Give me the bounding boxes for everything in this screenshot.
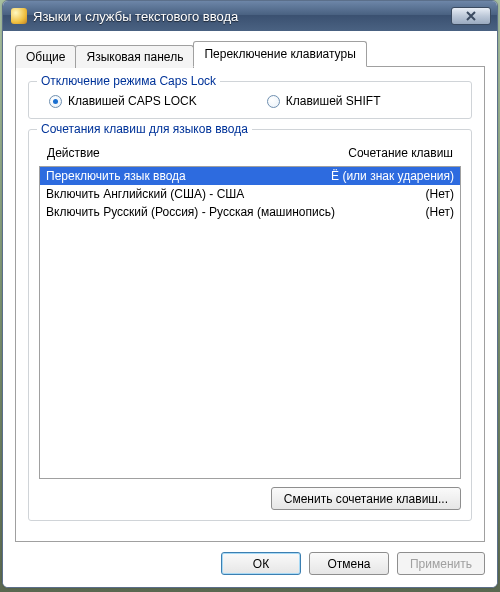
radio-by-shift[interactable]: Клавишей SHIFT — [267, 94, 381, 108]
cancel-button[interactable]: Отмена — [309, 552, 389, 575]
tab-keyboard-switch[interactable]: Переключение клавиатуры — [193, 41, 366, 67]
row-shortcut: (Нет) — [418, 205, 454, 219]
app-icon — [11, 8, 27, 24]
hotkey-list[interactable]: Переключить язык ввода Ё (или знак ударе… — [39, 166, 461, 479]
dialog-footer: ОК Отмена Применить — [15, 552, 485, 575]
dialog-window: Языки и службы текстового ввода Общие Яз… — [2, 0, 498, 588]
list-row[interactable]: Переключить язык ввода Ё (или знак ударе… — [40, 167, 460, 185]
tab-pane: Отключение режима Caps Lock Клавишей CAP… — [15, 66, 485, 542]
tab-language-bar[interactable]: Языковая панель — [75, 45, 194, 68]
capslock-radio-row: Клавишей CAPS LOCK Клавишей SHIFT — [39, 94, 461, 108]
window-title: Языки и службы текстового ввода — [33, 9, 451, 24]
row-shortcut: Ё (или знак ударения) — [323, 169, 454, 183]
row-shortcut: (Нет) — [418, 187, 454, 201]
close-button[interactable] — [451, 7, 491, 25]
client-area: Общие Языковая панель Переключение клави… — [3, 31, 497, 587]
change-button-row: Сменить сочетание клавиш... — [39, 487, 461, 510]
title-bar[interactable]: Языки и службы текстового ввода — [3, 1, 497, 31]
radio-icon — [49, 95, 62, 108]
hotkeys-groupbox: Сочетания клавиш для языков ввода Действ… — [28, 129, 472, 521]
radio-label: Клавишей CAPS LOCK — [68, 94, 197, 108]
list-row[interactable]: Включить Русский (Россия) - Русская (маш… — [40, 203, 460, 221]
tab-strip: Общие Языковая панель Переключение клави… — [15, 41, 485, 67]
list-header: Действие Сочетание клавиш — [39, 142, 461, 166]
ok-button[interactable]: ОК — [221, 552, 301, 575]
close-icon — [465, 11, 477, 21]
col-header-shortcut: Сочетание клавиш — [293, 146, 453, 160]
row-action: Переключить язык ввода — [46, 169, 323, 183]
hotkeys-group-title: Сочетания клавиш для языков ввода — [37, 122, 252, 136]
list-row[interactable]: Включить Английский (США) - США (Нет) — [40, 185, 460, 203]
apply-button[interactable]: Применить — [397, 552, 485, 575]
radio-label: Клавишей SHIFT — [286, 94, 381, 108]
capslock-groupbox: Отключение режима Caps Lock Клавишей CAP… — [28, 81, 472, 119]
radio-by-capslock[interactable]: Клавишей CAPS LOCK — [49, 94, 197, 108]
change-hotkey-button[interactable]: Сменить сочетание клавиш... — [271, 487, 461, 510]
capslock-group-title: Отключение режима Caps Lock — [37, 74, 220, 88]
row-action: Включить Русский (Россия) - Русская (маш… — [46, 205, 418, 219]
col-header-action: Действие — [47, 146, 293, 160]
tab-general[interactable]: Общие — [15, 45, 76, 68]
row-action: Включить Английский (США) - США — [46, 187, 418, 201]
radio-icon — [267, 95, 280, 108]
